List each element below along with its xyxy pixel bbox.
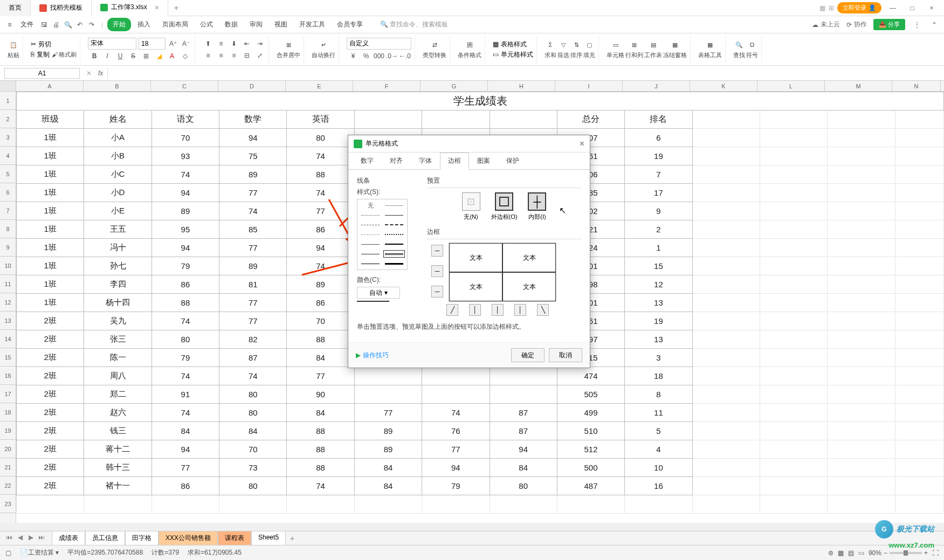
cloud-button[interactable]: ☁ 未上云 bbox=[812, 20, 840, 29]
zoom-control[interactable]: 90% − + bbox=[869, 549, 928, 557]
data-cell[interactable]: 1班 bbox=[17, 202, 84, 220]
dialog-tab-pattern[interactable]: 图案 bbox=[469, 153, 498, 169]
data-cell[interactable] bbox=[760, 349, 827, 367]
data-cell[interactable]: 84 bbox=[151, 422, 219, 440]
tab-formula[interactable]: 公式 bbox=[195, 18, 218, 31]
data-cell[interactable]: 74 bbox=[422, 404, 490, 422]
col-header-C[interactable]: C bbox=[151, 81, 218, 91]
data-cell[interactable]: 13 bbox=[625, 294, 692, 312]
border-diag1-button[interactable]: ╱ bbox=[446, 304, 458, 316]
data-cell[interactable] bbox=[760, 129, 827, 147]
row-header-18[interactable]: 18 bbox=[0, 403, 16, 421]
data-cell[interactable]: 74 bbox=[219, 202, 287, 220]
border-right-button[interactable]: │ bbox=[514, 304, 526, 316]
data-cell[interactable]: 474 bbox=[557, 367, 624, 385]
data-cell[interactable] bbox=[895, 367, 943, 385]
header-cell[interactable] bbox=[895, 110, 943, 129]
header-cell[interactable] bbox=[422, 110, 490, 129]
data-cell[interactable]: 74 bbox=[287, 257, 354, 275]
line-style-12[interactable] bbox=[360, 260, 381, 267]
col-header-K[interactable]: K bbox=[690, 81, 757, 91]
tab-start[interactable]: 开始 bbox=[107, 18, 131, 31]
dialog-tab-number[interactable]: 数字 bbox=[353, 153, 382, 169]
data-cell[interactable] bbox=[895, 294, 943, 312]
data-cell[interactable] bbox=[760, 202, 827, 220]
indent-inc-icon[interactable]: ⇥ bbox=[254, 38, 265, 49]
clear-format-button[interactable]: ◇ bbox=[180, 51, 190, 61]
data-cell[interactable]: 2 bbox=[625, 220, 692, 239]
data-cell[interactable]: 74 bbox=[151, 404, 219, 422]
sheet-tab[interactable]: XXX公司销售额 bbox=[159, 531, 218, 546]
data-cell[interactable] bbox=[895, 440, 943, 459]
line-style-8[interactable] bbox=[360, 240, 381, 248]
data-cell[interactable]: 10 bbox=[625, 459, 692, 477]
data-cell[interactable]: 77 bbox=[219, 312, 287, 330]
data-cell[interactable]: 84 bbox=[287, 349, 354, 367]
data-cell[interactable]: 小D bbox=[84, 184, 151, 202]
cut-icon[interactable]: ✂ bbox=[31, 40, 36, 48]
empty-cell[interactable] bbox=[557, 495, 624, 514]
data-cell[interactable]: 94 bbox=[287, 239, 354, 257]
data-cell[interactable]: 88 bbox=[287, 440, 354, 459]
dialog-tab-align[interactable]: 对齐 bbox=[382, 153, 411, 169]
data-cell[interactable]: 86 bbox=[287, 294, 354, 312]
underline-button[interactable]: U bbox=[115, 51, 126, 61]
name-box[interactable]: A1 bbox=[4, 68, 80, 79]
data-cell[interactable]: 500 bbox=[557, 459, 624, 477]
data-cell[interactable]: 77 bbox=[287, 367, 354, 385]
row-header-6[interactable]: 6 bbox=[0, 183, 16, 202]
data-cell[interactable]: 89 bbox=[354, 440, 422, 459]
decrease-font-icon[interactable]: A⁻ bbox=[181, 38, 191, 49]
data-cell[interactable] bbox=[828, 422, 895, 440]
data-cell[interactable]: 94 bbox=[151, 184, 219, 202]
data-cell[interactable] bbox=[828, 202, 895, 220]
data-cell[interactable]: 吴九 bbox=[84, 312, 151, 330]
row-header-13[interactable]: 13 bbox=[0, 312, 16, 330]
font-size-select[interactable] bbox=[139, 38, 166, 50]
data-cell[interactable]: 93 bbox=[151, 147, 219, 165]
table-style-button[interactable]: ▦表格样式 bbox=[493, 40, 527, 49]
fullscreen-icon[interactable]: ⛶ bbox=[932, 549, 939, 557]
data-cell[interactable]: 2班 bbox=[17, 422, 84, 440]
data-cell[interactable]: 84 bbox=[354, 459, 422, 477]
data-cell[interactable]: 88 bbox=[287, 422, 354, 440]
data-cell[interactable] bbox=[828, 349, 895, 367]
border-bottom-button[interactable]: ─ bbox=[431, 286, 443, 298]
cond-format-button[interactable]: 囲条件格式 bbox=[458, 39, 481, 59]
dialog-close-button[interactable]: × bbox=[580, 139, 584, 149]
data-cell[interactable] bbox=[760, 184, 827, 202]
data-cell[interactable] bbox=[692, 257, 760, 275]
data-cell[interactable] bbox=[895, 184, 943, 202]
zoom-slider[interactable] bbox=[890, 552, 922, 554]
header-cell[interactable] bbox=[828, 110, 895, 129]
border-vmid-button[interactable]: │ bbox=[492, 304, 504, 316]
data-cell[interactable] bbox=[895, 165, 943, 184]
data-cell[interactable] bbox=[760, 294, 827, 312]
maximize-button[interactable]: □ bbox=[904, 1, 920, 16]
data-cell[interactable]: 70 bbox=[151, 129, 219, 147]
align-bottom-icon[interactable]: ⬇ bbox=[229, 38, 239, 49]
data-cell[interactable]: 2班 bbox=[17, 385, 84, 404]
data-cell[interactable]: 94 bbox=[151, 440, 219, 459]
header-cell[interactable]: 英语 bbox=[287, 110, 354, 129]
row-header-7[interactable]: 7 bbox=[0, 202, 16, 220]
data-cell[interactable]: 80 bbox=[287, 129, 354, 147]
row-header-8[interactable]: 8 bbox=[0, 220, 16, 238]
sheet-nav-prev[interactable]: ◀ bbox=[15, 534, 25, 543]
data-cell[interactable]: 11 bbox=[625, 404, 692, 422]
data-cell[interactable]: 88 bbox=[287, 459, 354, 477]
menu-icon[interactable]: ≡ bbox=[4, 19, 15, 30]
header-cell[interactable] bbox=[760, 110, 827, 129]
data-cell[interactable] bbox=[692, 275, 760, 294]
data-cell[interactable]: 周八 bbox=[84, 367, 151, 385]
data-cell[interactable] bbox=[895, 477, 943, 495]
cut-label[interactable]: 剪切 bbox=[38, 40, 51, 49]
sheet-tab[interactable]: 课程表 bbox=[218, 531, 251, 546]
data-cell[interactable]: 2班 bbox=[17, 312, 84, 330]
format-painter-button[interactable]: 🖌格式刷 bbox=[52, 51, 77, 59]
empty-cell[interactable] bbox=[219, 495, 287, 514]
data-cell[interactable]: 1班 bbox=[17, 275, 84, 294]
line-style-10[interactable] bbox=[360, 250, 381, 258]
data-cell[interactable]: 1班 bbox=[17, 129, 84, 147]
data-cell[interactable]: 张三 bbox=[84, 330, 151, 349]
